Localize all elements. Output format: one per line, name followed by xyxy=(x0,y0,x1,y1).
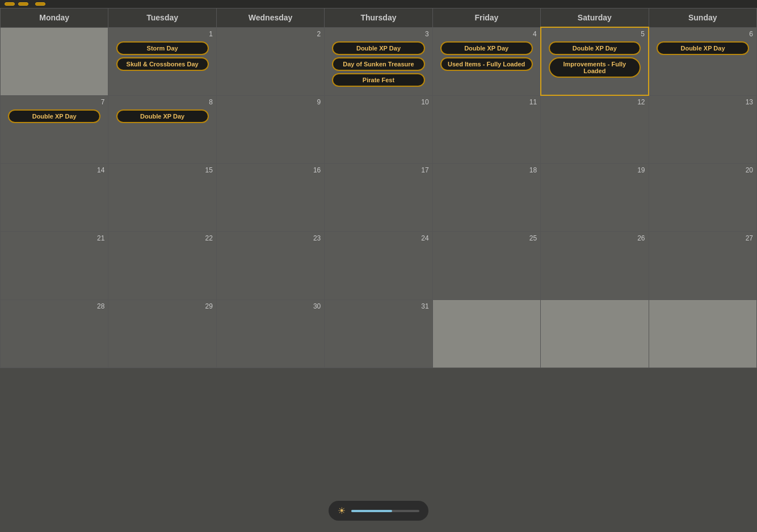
calendar-day[interactable]: 28 xyxy=(1,299,108,368)
calendar-header-tuesday: Tuesday xyxy=(108,9,216,28)
day-number: 24 xyxy=(327,233,430,244)
day-number: 12 xyxy=(543,97,646,108)
calendar-header-friday: Friday xyxy=(432,9,540,28)
day-number: 6 xyxy=(651,29,754,40)
day-number: 25 xyxy=(435,233,538,244)
day-number: 1 xyxy=(111,29,213,40)
calendar-day[interactable]: 8Double XP Day xyxy=(108,95,216,163)
calendar-day[interactable]: 30 xyxy=(216,299,324,368)
calendar-day[interactable]: 9 xyxy=(216,95,324,163)
day-number: 26 xyxy=(543,233,646,244)
prev-button[interactable] xyxy=(18,2,28,6)
calendar-day[interactable]: 23 xyxy=(216,231,324,299)
day-number: 4 xyxy=(435,29,538,40)
calendar-day[interactable]: 17 xyxy=(325,163,432,231)
day-number: 20 xyxy=(651,165,754,176)
calendar-day[interactable] xyxy=(432,299,540,368)
calendar-header-saturday: Saturday xyxy=(541,9,649,28)
day-number: 22 xyxy=(111,233,213,244)
calendar-header-wednesday: Wednesday xyxy=(216,9,324,28)
calendar-day[interactable] xyxy=(541,299,649,368)
calendar-week-2: 14151617181920 xyxy=(1,163,757,231)
event-badge[interactable]: Skull & Crossbones Day xyxy=(116,57,209,71)
calendar-day[interactable]: 14 xyxy=(1,163,108,231)
day-number: 28 xyxy=(3,301,106,313)
calendar-day[interactable]: 24 xyxy=(325,231,432,299)
calendar-header-monday: Monday xyxy=(1,9,108,28)
event-badge[interactable]: Double XP Day xyxy=(116,109,209,123)
event-badge[interactable]: Double XP Day xyxy=(657,41,749,55)
calendar-day[interactable]: 18 xyxy=(432,163,540,231)
day-number: 23 xyxy=(219,233,322,244)
event-badge[interactable]: Storm Day xyxy=(116,41,209,55)
events-container: Double XP DayDay of Sunken TreasurePirat… xyxy=(327,40,430,88)
day-number: 16 xyxy=(219,165,322,176)
calendar-week-0: 1Storm DaySkull & Crossbones Day23Double… xyxy=(1,27,757,95)
calendar-day[interactable]: 16 xyxy=(216,163,324,231)
calendar-day[interactable]: 4Double XP DayUsed Items - Fully Loaded xyxy=(432,27,540,95)
day-number: 10 xyxy=(327,97,430,108)
calendar-day[interactable]: 19 xyxy=(541,163,649,231)
calendar-day[interactable]: 25 xyxy=(432,231,540,299)
day-number: 3 xyxy=(327,29,430,40)
day-number: 7 xyxy=(3,97,106,108)
events-container: Double XP Day xyxy=(111,108,213,124)
events-container: Double XP Day xyxy=(651,40,754,56)
calendar-header-thursday: Thursday xyxy=(325,9,432,28)
calendar-day[interactable]: 29 xyxy=(108,299,216,368)
calendar-day[interactable]: 6Double XP Day xyxy=(649,27,756,95)
event-badge[interactable]: Improvements - Fully Loaded xyxy=(549,57,641,78)
events-container: Double XP DayImprovements - Fully Loaded xyxy=(544,40,646,79)
event-badge[interactable]: Day of Sunken Treasure xyxy=(332,57,424,71)
top-bar xyxy=(0,0,757,8)
day-number: 30 xyxy=(219,301,322,313)
day-number: 27 xyxy=(651,233,754,244)
calendar-day[interactable] xyxy=(1,27,108,95)
calendar: MondayTuesdayWednesdayThursdayFridaySatu… xyxy=(0,8,757,368)
calendar-week-1: 7Double XP Day8Double XP Day910111213 xyxy=(1,95,757,163)
calendar-week-4: 28293031 xyxy=(1,299,757,368)
event-badge[interactable]: Double XP Day xyxy=(8,109,100,123)
calendar-day[interactable]: 2 xyxy=(216,27,324,95)
calendar-day[interactable]: 13 xyxy=(649,95,756,163)
calendar-day[interactable]: 11 xyxy=(432,95,540,163)
day-number: 21 xyxy=(3,233,106,244)
calendar-day[interactable]: 12 xyxy=(541,95,649,163)
day-number: 17 xyxy=(327,165,430,176)
day-number: 11 xyxy=(435,97,538,108)
calendar-day[interactable]: 26 xyxy=(541,231,649,299)
calendar-day[interactable]: 3Double XP DayDay of Sunken TreasurePira… xyxy=(325,27,432,95)
calendar-day[interactable]: 20 xyxy=(649,163,756,231)
day-number: 2 xyxy=(219,29,322,40)
event-badge[interactable]: Used Items - Fully Loaded xyxy=(440,57,533,71)
day-number: 18 xyxy=(435,165,538,176)
calendar-week-3: 21222324252627 xyxy=(1,231,757,299)
calendar-day[interactable] xyxy=(649,299,756,368)
events-container: Double XP Day xyxy=(3,108,106,124)
today-button[interactable] xyxy=(5,2,15,6)
next-button[interactable] xyxy=(35,2,45,6)
day-number: 19 xyxy=(543,165,646,176)
calendar-day[interactable]: 1Storm DaySkull & Crossbones Day xyxy=(108,27,216,95)
events-container: Double XP DayUsed Items - Fully Loaded xyxy=(435,40,538,72)
calendar-day[interactable]: 22 xyxy=(108,231,216,299)
calendar-day[interactable]: 7Double XP Day xyxy=(1,95,108,163)
calendar-header-sunday: Sunday xyxy=(649,9,756,28)
day-number: 8 xyxy=(111,97,213,108)
calendar-day[interactable]: 21 xyxy=(1,231,108,299)
event-badge[interactable]: Double XP Day xyxy=(549,41,641,55)
day-number: 14 xyxy=(3,165,106,176)
event-badge[interactable]: Double XP Day xyxy=(332,41,424,55)
day-number: 5 xyxy=(544,29,646,40)
day-number: 15 xyxy=(111,165,213,176)
calendar-day[interactable]: 10 xyxy=(325,95,432,163)
calendar-day[interactable]: 31 xyxy=(325,299,432,368)
day-number: 9 xyxy=(219,97,322,108)
calendar-day[interactable]: 27 xyxy=(649,231,756,299)
calendar-day[interactable]: 15 xyxy=(108,163,216,231)
day-number: 31 xyxy=(327,301,430,313)
event-badge[interactable]: Pirate Fest xyxy=(332,73,424,87)
day-number: 13 xyxy=(651,97,754,108)
event-badge[interactable]: Double XP Day xyxy=(440,41,533,55)
calendar-day[interactable]: 5Double XP DayImprovements - Fully Loade… xyxy=(541,27,649,95)
